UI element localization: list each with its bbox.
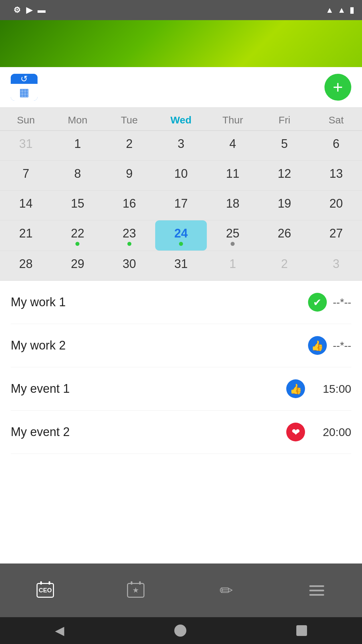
- status-bar: ⚙ ▶ ▬ ▲ ▲ ▮: [0, 0, 362, 20]
- event-dash: --*--: [333, 339, 351, 352]
- day-cell-0-3[interactable]: 3: [155, 131, 207, 160]
- event-icon-heart: ❤: [286, 423, 305, 441]
- nav-item-calendar-star[interactable]: ★: [90, 578, 181, 603]
- cal-logo-body: ▦: [11, 84, 38, 101]
- event-right: 👍15:00: [286, 379, 351, 398]
- week-row-0: 31123456: [0, 131, 362, 161]
- event-name: My work 1: [11, 295, 66, 309]
- day-cell-4-6[interactable]: 3: [310, 251, 362, 280]
- nav-item-ceo[interactable]: CEO: [0, 578, 90, 603]
- day-cell-1-4[interactable]: 11: [207, 161, 258, 190]
- prev-month-button[interactable]: [166, 85, 171, 90]
- day-cell-4-2[interactable]: 30: [104, 251, 155, 280]
- nav-item-edit[interactable]: ✏: [181, 576, 272, 605]
- day-dot: [179, 242, 183, 246]
- day-cell-3-2[interactable]: 23: [104, 220, 155, 251]
- settings-icon: ⚙: [13, 5, 21, 15]
- day-num: 5: [281, 137, 288, 151]
- day-cell-1-3[interactable]: 10: [155, 161, 207, 190]
- day-dot: [231, 242, 235, 246]
- day-cell-2-6[interactable]: 20: [310, 191, 362, 220]
- events-list: My work 1✔--*--My work 2👍--*--My event 1…: [0, 281, 362, 564]
- day-cell-2-3[interactable]: 17: [155, 191, 207, 220]
- event-name: My work 2: [11, 338, 66, 353]
- calendar-grid-icon: ▦: [19, 86, 29, 99]
- day-cell-1-5[interactable]: 12: [258, 161, 310, 190]
- day-cell-3-1[interactable]: 22: [52, 220, 103, 251]
- day-num: 6: [333, 137, 340, 151]
- event-item-0[interactable]: My work 1✔--*--: [11, 281, 351, 324]
- day-num: 31: [174, 257, 188, 271]
- event-item-3[interactable]: My event 2❤20:00: [11, 411, 351, 454]
- day-cell-4-1[interactable]: 29: [52, 251, 103, 280]
- bottom-nav: CEO ★ ✏: [0, 564, 362, 617]
- day-cell-3-4[interactable]: 25: [207, 220, 258, 251]
- day-cell-1-0[interactable]: 7: [0, 161, 52, 190]
- event-name: My event 2: [11, 425, 70, 439]
- nav-item-menu[interactable]: [272, 580, 362, 601]
- day-num: 2: [126, 137, 133, 151]
- day-cell-2-0[interactable]: 14: [0, 191, 52, 220]
- recents-button[interactable]: [296, 625, 307, 636]
- pencil-icon: ✏: [220, 581, 233, 600]
- event-time: 15:00: [311, 382, 351, 395]
- day-cell-3-3[interactable]: 24: [155, 220, 207, 251]
- status-left: ⚙ ▶ ▬: [8, 5, 46, 15]
- ceo-label-inside: CEO: [39, 587, 52, 594]
- event-item-1[interactable]: My work 2👍--*--: [11, 324, 351, 367]
- day-cell-0-0[interactable]: 31: [0, 131, 52, 160]
- day-cell-1-2[interactable]: 9: [104, 161, 155, 190]
- day-header-sat: Sat: [310, 108, 362, 130]
- day-num: 31: [19, 137, 33, 151]
- event-item-2[interactable]: My event 1👍15:00: [11, 367, 351, 411]
- add-event-button[interactable]: +: [324, 74, 351, 101]
- system-nav: ◀: [0, 617, 362, 644]
- cal-logo-top: ↺: [11, 74, 38, 84]
- event-dash: --*--: [333, 296, 351, 309]
- day-cell-0-6[interactable]: 6: [310, 131, 362, 160]
- back-button[interactable]: ◀: [55, 624, 64, 638]
- day-header-mon: Mon: [52, 108, 103, 130]
- event-right: ❤20:00: [286, 423, 351, 441]
- battery-icon: ▮: [350, 5, 354, 15]
- day-num: 19: [278, 197, 291, 211]
- day-cell-2-2[interactable]: 16: [104, 191, 155, 220]
- clipboard-icon: ▬: [38, 5, 46, 15]
- day-cell-3-5[interactable]: 26: [258, 220, 310, 251]
- day-num: 12: [278, 167, 291, 181]
- day-cell-4-0[interactable]: 28: [0, 251, 52, 280]
- day-cell-0-2[interactable]: 2: [104, 131, 155, 160]
- day-num: 7: [22, 167, 29, 181]
- day-num: 29: [71, 257, 84, 271]
- day-cell-4-4[interactable]: 1: [207, 251, 258, 280]
- home-button[interactable]: [174, 625, 186, 637]
- day-num: 24: [174, 226, 188, 240]
- day-num: 11: [226, 167, 239, 181]
- next-month-button[interactable]: [191, 85, 196, 90]
- day-cell-0-5[interactable]: 5: [258, 131, 310, 160]
- day-num: 14: [19, 197, 33, 211]
- day-cell-2-1[interactable]: 15: [52, 191, 103, 220]
- day-num: 4: [229, 137, 236, 151]
- day-header-wed: Wed: [155, 108, 207, 130]
- event-right: 👍--*--: [308, 336, 351, 355]
- day-dot: [127, 242, 131, 246]
- day-cell-3-0[interactable]: 21: [0, 220, 52, 251]
- day-cell-1-6[interactable]: 13: [310, 161, 362, 190]
- refresh-icon: ↺: [20, 74, 28, 84]
- day-cell-1-1[interactable]: 8: [52, 161, 103, 190]
- calendar-logo[interactable]: ↺ ▦: [11, 74, 38, 101]
- day-num: 9: [126, 167, 133, 181]
- day-cell-0-4[interactable]: 4: [207, 131, 258, 160]
- day-num: 26: [278, 226, 291, 240]
- star-icon: ★: [132, 586, 139, 595]
- week-row-2: 14151617181920: [0, 191, 362, 220]
- day-cell-0-1[interactable]: 1: [52, 131, 103, 160]
- day-cell-2-5[interactable]: 19: [258, 191, 310, 220]
- event-icon-thumb: 👍: [286, 379, 305, 398]
- day-cell-2-4[interactable]: 18: [207, 191, 258, 220]
- day-cell-4-5[interactable]: 2: [258, 251, 310, 280]
- day-cell-4-3[interactable]: 31: [155, 251, 207, 280]
- day-cell-3-6[interactable]: 27: [310, 220, 362, 251]
- day-num: 27: [329, 226, 343, 240]
